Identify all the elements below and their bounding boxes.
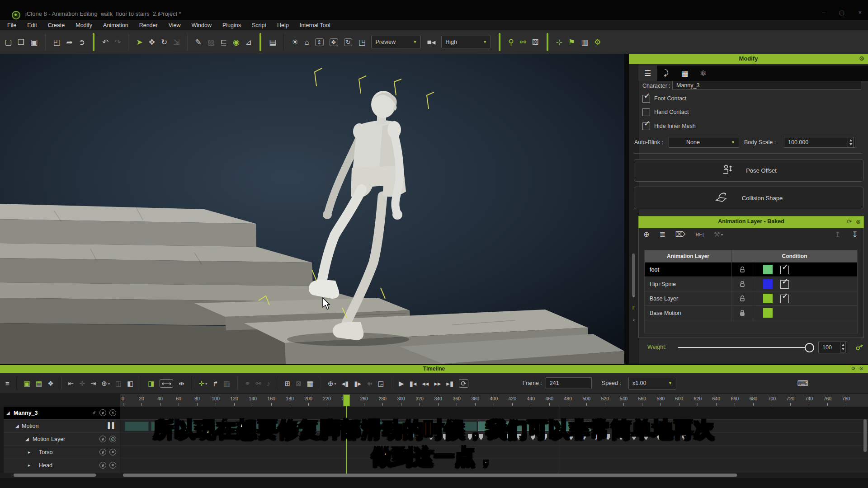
redo-icon[interactable]: ↷: [114, 38, 121, 46]
add-track-icon[interactable]: ⊞: [285, 380, 291, 387]
remove-track-icon[interactable]: ⊠: [296, 380, 302, 387]
collect-clip-icon[interactable]: ▣: [24, 380, 30, 387]
menu-render[interactable]: Render: [139, 22, 158, 28]
auto-blink-dropdown[interactable]: None ▼: [669, 137, 739, 148]
close-button[interactable]: ×: [858, 9, 862, 16]
timeline-ruler[interactable]: 0204060801001201401601802002202402602803…: [0, 394, 868, 407]
animation-layer-header[interactable]: Animation Layer - Baked ⟳⊗: [638, 216, 864, 228]
chevron-right-icon[interactable]: ›: [631, 317, 637, 322]
visibility-icon[interactable]: ◉: [233, 38, 240, 46]
loop-span-icon[interactable]: ⟷: [160, 379, 173, 388]
scale-tool-icon[interactable]: ⇲: [173, 38, 179, 46]
bake-brush-icon[interactable]: ⚒▾: [714, 231, 723, 238]
new-project-icon[interactable]: ▢: [5, 38, 12, 46]
clipboard-icon[interactable]: ▥: [581, 38, 588, 46]
menu-view[interactable]: View: [169, 22, 181, 28]
export-project-icon[interactable]: ➦: [66, 38, 72, 46]
weight-spinner[interactable]: [840, 342, 846, 352]
loop-icon[interactable]: ⟳: [459, 379, 468, 388]
layer-color-swatch[interactable]: [763, 308, 773, 318]
delete-layer-icon[interactable]: ⌦: [675, 231, 686, 238]
spin-up-icon[interactable]: [842, 344, 844, 346]
save-project-icon[interactable]: ▣: [30, 38, 38, 46]
merge-down-icon[interactable]: ↧: [852, 231, 858, 239]
maximize-button[interactable]: ▢: [839, 9, 844, 16]
spin-down-icon[interactable]: [849, 143, 852, 145]
go-start-icon[interactable]: ▮◂: [409, 380, 416, 387]
body-scale-spinner[interactable]: [848, 137, 854, 148]
quality-dropdown[interactable]: High▼: [441, 36, 491, 48]
go-end-icon[interactable]: ▸▮: [446, 380, 453, 387]
character-field[interactable]: Manny_3: [672, 81, 861, 90]
light-icon[interactable]: ☀: [292, 38, 298, 46]
preview-dropdown[interactable]: Preview▼: [371, 36, 421, 48]
layer-enabled-checkbox[interactable]: ✓: [780, 280, 789, 289]
timeline-header[interactable]: Timeline ⟳⊗: [0, 365, 868, 373]
keyboard-icon[interactable]: ⌨: [797, 379, 808, 388]
edit-mesh-icon[interactable]: ✎: [195, 38, 201, 46]
weight-slider-track[interactable]: [678, 347, 809, 348]
collision-shape-button[interactable]: Collision Shape: [634, 187, 863, 209]
content-panel-icon[interactable]: ▤: [269, 38, 276, 46]
play-range-icon[interactable]: ⇻: [367, 380, 373, 387]
menu-help[interactable]: Help: [277, 22, 289, 28]
menu-modify[interactable]: Modify: [75, 22, 92, 28]
track-list-icon[interactable]: ≡: [5, 380, 9, 387]
menu-animation[interactable]: Animation: [103, 22, 128, 28]
rotate-tool-icon[interactable]: ↻: [161, 38, 167, 46]
checkbox-foot-contact[interactable]: ✓: [642, 95, 650, 103]
tab-pose-icon[interactable]: ⤸: [657, 66, 675, 81]
fit-span-icon[interactable]: ⇹: [179, 380, 184, 387]
trim-clip-icon[interactable]: ◧: [127, 380, 133, 387]
close-icon[interactable]: ⊗: [856, 218, 861, 225]
menu-create[interactable]: Create: [48, 22, 65, 28]
align-icon[interactable]: ⊑: [221, 38, 227, 46]
layer-row-hip-spine[interactable]: Hip+Spine✓: [644, 277, 858, 291]
undo-icon[interactable]: ↶: [102, 38, 108, 46]
body-scale-field[interactable]: 100.000: [784, 137, 855, 148]
motion-correct-icon[interactable]: ⊹: [556, 38, 562, 46]
fast-forward-icon[interactable]: ▸▸: [434, 380, 441, 387]
layer-color-swatch[interactable]: [763, 265, 773, 274]
filter-track-icon[interactable]: ▦: [307, 380, 313, 387]
tab-material-icon[interactable]: ▦: [675, 66, 694, 81]
chevron-right-icon[interactable]: ›: [631, 293, 637, 299]
minimize-button[interactable]: –: [822, 9, 826, 16]
layer-color-swatch[interactable]: [763, 279, 773, 289]
layer-row-base-motion[interactable]: Base Motion: [644, 306, 858, 320]
menu-edit[interactable]: Edit: [27, 22, 37, 28]
merge-up-icon[interactable]: ↥: [835, 231, 841, 239]
flag-icon[interactable]: ⚑: [568, 38, 575, 46]
mark-range-icon[interactable]: ◨: [148, 380, 154, 387]
menu-file[interactable]: File: [7, 22, 16, 28]
transform-move-icon[interactable]: ✥: [330, 38, 338, 46]
link-icon[interactable]: ⚭: [245, 380, 250, 387]
transition-curve-icon[interactable]: ↱: [212, 380, 218, 387]
close-icon[interactable]: ⊗: [859, 55, 864, 62]
play-button-icon[interactable]: ▶: [399, 380, 404, 387]
layer-color-swatch[interactable]: [763, 294, 773, 303]
frame-input[interactable]: 241: [546, 377, 592, 389]
open-project-icon[interactable]: ❒: [18, 38, 24, 46]
speed-dropdown[interactable]: x1.00 ▼: [628, 377, 676, 389]
track-panel-scrollbar[interactable]: [14, 474, 96, 477]
checkbox-hide-inner-mesh[interactable]: ✓: [642, 122, 650, 130]
viewport-3d[interactable]: [0, 54, 624, 364]
lock-open-icon[interactable]: [731, 277, 753, 291]
pack-project-icon[interactable]: ◰: [53, 38, 60, 46]
add-layer-icon[interactable]: ⊕: [643, 231, 649, 238]
remove-circle-icon[interactable]: ×: [109, 409, 116, 416]
home-view-icon[interactable]: ⌂: [304, 38, 309, 46]
audio-track-icon[interactable]: ♪: [267, 380, 270, 387]
rename-layer-icon[interactable]: RE|: [695, 232, 703, 237]
layer-enabled-checkbox[interactable]: ✓: [780, 266, 789, 274]
subtrack-icon[interactable]: ▤: [36, 380, 42, 387]
add-motion-icon[interactable]: ⊕▾: [101, 380, 110, 387]
layer-row-foot[interactable]: foot✓: [644, 263, 858, 277]
layer-enabled-checkbox[interactable]: ✓: [780, 295, 789, 303]
menu-internal-tool[interactable]: Internal Tool: [300, 22, 330, 28]
motion-clip-icon[interactable]: ▥: [224, 380, 230, 387]
prev-key-icon[interactable]: ◂▮: [342, 380, 349, 387]
tab-general-icon[interactable]: ☰: [638, 66, 657, 81]
collapse-circle-icon[interactable]: ∨: [99, 409, 106, 416]
